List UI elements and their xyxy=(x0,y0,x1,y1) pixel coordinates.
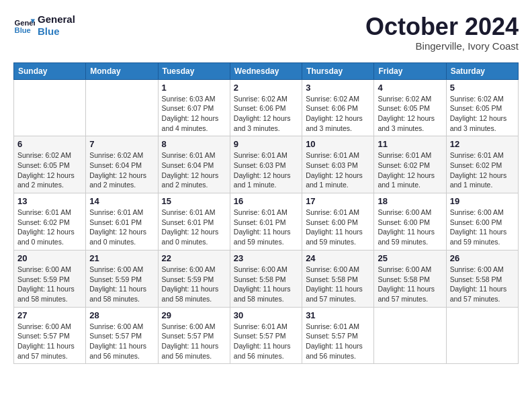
calendar-cell xyxy=(86,79,158,136)
day-info: Sunrise: 6:02 AM Sunset: 6:04 PM Dayligh… xyxy=(89,150,154,190)
day-number: 13 xyxy=(17,196,82,206)
day-info: Sunrise: 6:03 AM Sunset: 6:07 PM Dayligh… xyxy=(162,94,226,134)
calendar-cell: 18Sunrise: 6:00 AM Sunset: 6:00 PM Dayli… xyxy=(374,193,446,250)
logo: General Blue General Blue xyxy=(13,13,75,38)
calendar-cell xyxy=(374,307,446,364)
calendar-cell: 29Sunrise: 6:00 AM Sunset: 5:57 PM Dayli… xyxy=(158,307,230,364)
day-number: 26 xyxy=(450,253,515,263)
calendar-cell: 14Sunrise: 6:01 AM Sunset: 6:01 PM Dayli… xyxy=(86,193,158,250)
day-number: 2 xyxy=(234,83,298,93)
day-number: 18 xyxy=(378,196,442,206)
weekday-header-monday: Monday xyxy=(86,62,158,79)
weekday-header-thursday: Thursday xyxy=(302,62,374,79)
day-info: Sunrise: 6:02 AM Sunset: 6:05 PM Dayligh… xyxy=(450,94,515,134)
day-info: Sunrise: 6:02 AM Sunset: 6:05 PM Dayligh… xyxy=(17,150,82,190)
day-info: Sunrise: 6:01 AM Sunset: 6:00 PM Dayligh… xyxy=(306,208,370,247)
calendar-cell: 27Sunrise: 6:00 AM Sunset: 5:57 PM Dayli… xyxy=(14,307,86,364)
day-number: 29 xyxy=(162,310,226,320)
day-info: Sunrise: 6:00 AM Sunset: 5:59 PM Dayligh… xyxy=(89,265,154,304)
day-number: 7 xyxy=(89,139,154,149)
day-number: 12 xyxy=(450,139,515,149)
weekday-header-friday: Friday xyxy=(374,62,446,79)
calendar-cell: 12Sunrise: 6:01 AM Sunset: 6:02 PM Dayli… xyxy=(446,136,518,193)
weekday-header-sunday: Sunday xyxy=(14,62,86,79)
day-info: Sunrise: 6:00 AM Sunset: 5:58 PM Dayligh… xyxy=(450,265,515,304)
page-header: General Blue General Blue October 2024 B… xyxy=(13,13,519,52)
calendar-cell: 30Sunrise: 6:01 AM Sunset: 5:57 PM Dayli… xyxy=(230,307,302,364)
calendar-cell: 7Sunrise: 6:02 AM Sunset: 6:04 PM Daylig… xyxy=(86,136,158,193)
day-number: 30 xyxy=(234,310,298,320)
calendar-cell: 15Sunrise: 6:01 AM Sunset: 6:01 PM Dayli… xyxy=(158,193,230,250)
day-info: Sunrise: 6:00 AM Sunset: 5:57 PM Dayligh… xyxy=(89,322,154,361)
calendar-cell xyxy=(14,79,86,136)
week-row-4: 20Sunrise: 6:00 AM Sunset: 5:59 PM Dayli… xyxy=(14,250,519,307)
day-info: Sunrise: 6:01 AM Sunset: 6:01 PM Dayligh… xyxy=(89,208,154,247)
calendar-cell: 23Sunrise: 6:00 AM Sunset: 5:58 PM Dayli… xyxy=(230,250,302,307)
calendar-cell: 16Sunrise: 6:01 AM Sunset: 6:01 PM Dayli… xyxy=(230,193,302,250)
day-number: 4 xyxy=(378,83,442,93)
calendar-cell: 26Sunrise: 6:00 AM Sunset: 5:58 PM Dayli… xyxy=(446,250,518,307)
day-number: 19 xyxy=(450,196,515,206)
calendar-cell xyxy=(446,307,518,364)
day-info: Sunrise: 6:00 AM Sunset: 6:00 PM Dayligh… xyxy=(378,208,442,247)
day-number: 1 xyxy=(162,83,226,93)
calendar-cell: 17Sunrise: 6:01 AM Sunset: 6:00 PM Dayli… xyxy=(302,193,374,250)
weekday-header-row: SundayMondayTuesdayWednesdayThursdayFrid… xyxy=(14,62,519,79)
calendar-cell: 31Sunrise: 6:01 AM Sunset: 5:57 PM Dayli… xyxy=(302,307,374,364)
day-number: 25 xyxy=(378,253,442,263)
week-row-1: 1Sunrise: 6:03 AM Sunset: 6:07 PM Daylig… xyxy=(14,79,519,136)
day-number: 16 xyxy=(234,196,298,206)
day-number: 10 xyxy=(306,139,370,149)
calendar-cell: 6Sunrise: 6:02 AM Sunset: 6:05 PM Daylig… xyxy=(14,136,86,193)
day-number: 22 xyxy=(162,253,226,263)
logo-general: General xyxy=(38,13,75,25)
day-number: 27 xyxy=(17,310,82,320)
day-info: Sunrise: 6:02 AM Sunset: 6:06 PM Dayligh… xyxy=(306,94,370,134)
calendar-cell: 2Sunrise: 6:02 AM Sunset: 6:06 PM Daylig… xyxy=(230,79,302,136)
location-subtitle: Bingerville, Ivory Coast xyxy=(365,40,519,52)
calendar-cell: 13Sunrise: 6:01 AM Sunset: 6:02 PM Dayli… xyxy=(14,193,86,250)
day-info: Sunrise: 6:00 AM Sunset: 5:58 PM Dayligh… xyxy=(234,265,298,304)
day-number: 6 xyxy=(17,139,82,149)
day-info: Sunrise: 6:00 AM Sunset: 5:58 PM Dayligh… xyxy=(306,265,370,304)
day-info: Sunrise: 6:00 AM Sunset: 5:57 PM Dayligh… xyxy=(17,322,82,361)
title-area: October 2024 Bingerville, Ivory Coast xyxy=(365,13,519,52)
month-title: October 2024 xyxy=(365,13,519,40)
svg-text:Blue: Blue xyxy=(15,26,31,34)
day-number: 31 xyxy=(306,310,370,320)
calendar-cell: 20Sunrise: 6:00 AM Sunset: 5:59 PM Dayli… xyxy=(14,250,86,307)
week-row-3: 13Sunrise: 6:01 AM Sunset: 6:02 PM Dayli… xyxy=(14,193,519,250)
calendar-cell: 28Sunrise: 6:00 AM Sunset: 5:57 PM Dayli… xyxy=(86,307,158,364)
logo-icon: General Blue xyxy=(13,15,35,36)
calendar-cell: 11Sunrise: 6:01 AM Sunset: 6:02 PM Dayli… xyxy=(374,136,446,193)
weekday-header-wednesday: Wednesday xyxy=(230,62,302,79)
calendar-table: SundayMondayTuesdayWednesdayThursdayFrid… xyxy=(13,62,519,365)
day-number: 23 xyxy=(234,253,298,263)
calendar-cell: 9Sunrise: 6:01 AM Sunset: 6:03 PM Daylig… xyxy=(230,136,302,193)
day-number: 9 xyxy=(234,139,298,149)
day-number: 3 xyxy=(306,83,370,93)
week-row-2: 6Sunrise: 6:02 AM Sunset: 6:05 PM Daylig… xyxy=(14,136,519,193)
calendar-cell: 19Sunrise: 6:00 AM Sunset: 6:00 PM Dayli… xyxy=(446,193,518,250)
logo-blue: Blue xyxy=(38,26,60,37)
day-info: Sunrise: 6:00 AM Sunset: 5:59 PM Dayligh… xyxy=(17,265,82,304)
day-number: 8 xyxy=(162,139,226,149)
day-info: Sunrise: 6:01 AM Sunset: 6:01 PM Dayligh… xyxy=(234,208,298,247)
day-number: 15 xyxy=(162,196,226,206)
day-info: Sunrise: 6:01 AM Sunset: 6:03 PM Dayligh… xyxy=(306,150,370,190)
day-info: Sunrise: 6:00 AM Sunset: 6:00 PM Dayligh… xyxy=(450,208,515,247)
calendar-cell: 4Sunrise: 6:02 AM Sunset: 6:05 PM Daylig… xyxy=(374,79,446,136)
day-info: Sunrise: 6:01 AM Sunset: 6:01 PM Dayligh… xyxy=(162,208,226,247)
day-info: Sunrise: 6:01 AM Sunset: 6:04 PM Dayligh… xyxy=(162,150,226,190)
day-info: Sunrise: 6:02 AM Sunset: 6:05 PM Dayligh… xyxy=(378,94,442,134)
calendar-cell: 3Sunrise: 6:02 AM Sunset: 6:06 PM Daylig… xyxy=(302,79,374,136)
calendar-cell: 5Sunrise: 6:02 AM Sunset: 6:05 PM Daylig… xyxy=(446,79,518,136)
day-info: Sunrise: 6:02 AM Sunset: 6:06 PM Dayligh… xyxy=(234,94,298,134)
day-info: Sunrise: 6:00 AM Sunset: 5:57 PM Dayligh… xyxy=(162,322,226,361)
calendar-cell: 24Sunrise: 6:00 AM Sunset: 5:58 PM Dayli… xyxy=(302,250,374,307)
day-number: 21 xyxy=(89,253,154,263)
day-info: Sunrise: 6:00 AM Sunset: 5:58 PM Dayligh… xyxy=(378,265,442,304)
day-number: 17 xyxy=(306,196,370,206)
day-info: Sunrise: 6:01 AM Sunset: 6:02 PM Dayligh… xyxy=(17,208,82,247)
day-info: Sunrise: 6:01 AM Sunset: 6:03 PM Dayligh… xyxy=(234,150,298,190)
